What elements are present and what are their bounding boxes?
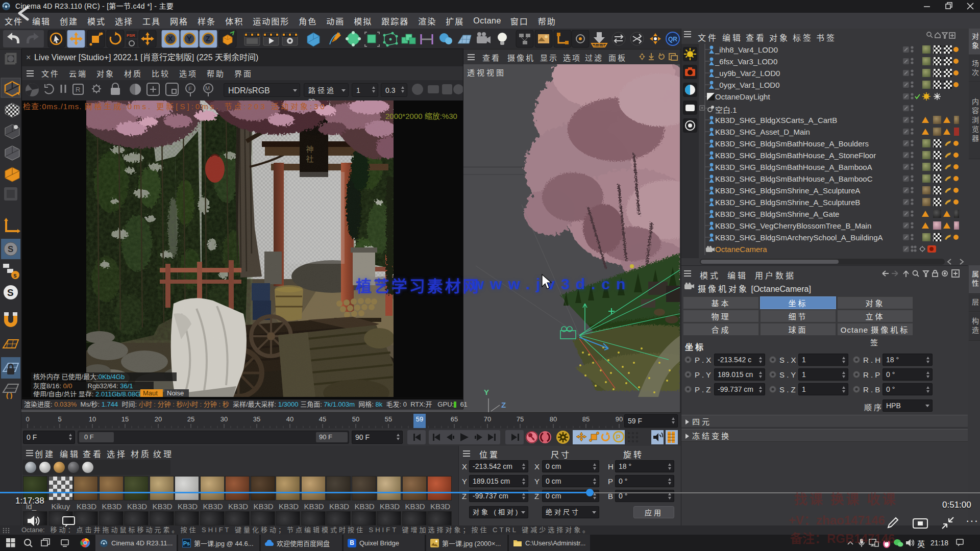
svg-text:15: 15 bbox=[121, 415, 129, 423]
svg-text:Z: Z bbox=[206, 35, 210, 43]
svg-text:S: S bbox=[8, 244, 13, 254]
svg-text:Y: Y bbox=[187, 35, 192, 43]
svg-text:PSR: PSR bbox=[127, 33, 135, 38]
svg-text:Y: Y bbox=[484, 388, 489, 396]
svg-text:( ): ( ) bbox=[6, 391, 12, 399]
svg-text:25: 25 bbox=[187, 415, 194, 423]
svg-text:40: 40 bbox=[286, 415, 293, 423]
svg-text:10: 10 bbox=[89, 415, 96, 423]
svg-text:30: 30 bbox=[220, 415, 228, 423]
svg-text:QR: QR bbox=[668, 36, 677, 43]
svg-text:s: s bbox=[13, 272, 17, 279]
svg-text:20: 20 bbox=[155, 415, 162, 423]
svg-text:55: 55 bbox=[385, 415, 392, 423]
svg-text:65: 65 bbox=[451, 415, 458, 423]
svg-text:X: X bbox=[168, 35, 173, 43]
svg-text:59: 59 bbox=[416, 415, 423, 423]
svg-text:75: 75 bbox=[517, 415, 524, 423]
svg-text:检查:0ms./1ms. 网格生成:0ms. 更新[S]:0: 检查:0ms./1ms. 网格生成:0ms. 更新[S]:0ms. 节点:203… bbox=[23, 102, 327, 111]
svg-text:M: M bbox=[205, 85, 210, 91]
svg-text:Z: Z bbox=[501, 400, 506, 409]
svg-text:S: S bbox=[7, 287, 14, 298]
svg-text:F: F bbox=[188, 86, 192, 92]
svg-text:70: 70 bbox=[484, 415, 491, 423]
svg-text:Maut: Maut bbox=[143, 389, 158, 397]
svg-text:0: 0 bbox=[26, 415, 29, 423]
svg-text:Noise: Noise bbox=[167, 389, 184, 397]
svg-text:核外内存 已使用/最大:0Kb/4Gb: 核外内存 已使用/最大:0Kb/4Gb bbox=[33, 373, 125, 381]
svg-text:35: 35 bbox=[253, 415, 260, 423]
svg-text:85: 85 bbox=[582, 415, 590, 423]
svg-text:50: 50 bbox=[352, 415, 359, 423]
svg-text:80: 80 bbox=[550, 415, 557, 423]
svg-text:2000*2000 缩放:%30: 2000*2000 缩放:%30 bbox=[385, 112, 457, 120]
svg-text:45: 45 bbox=[319, 415, 326, 423]
svg-text:R: R bbox=[76, 86, 80, 93]
svg-text:90: 90 bbox=[616, 415, 623, 423]
svg-text:P: P bbox=[616, 433, 621, 441]
svg-text:5: 5 bbox=[58, 415, 61, 423]
